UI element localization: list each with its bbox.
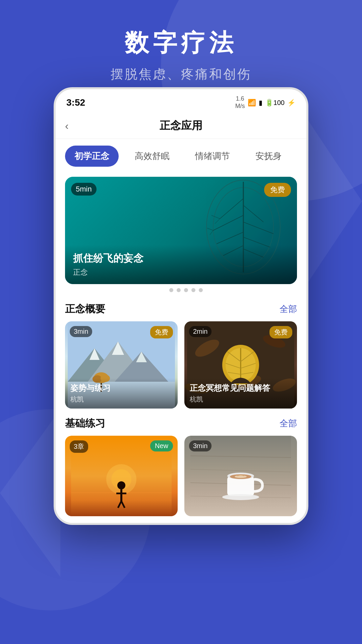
hero-free-badge: 免费 [264, 183, 291, 197]
dot-2[interactable] [169, 288, 173, 292]
practice1-new: New [150, 440, 173, 451]
svg-line-6 [243, 222, 274, 234]
tab-emotion[interactable]: 情绪调节 [186, 146, 239, 167]
card1-free: 免费 [150, 326, 173, 338]
dot-4[interactable] [184, 288, 188, 292]
summary-all-link[interactable]: 全部 [280, 303, 297, 315]
svg-line-4 [243, 205, 263, 222]
status-bar: 3:52 1.6M/s 📶 ▮ 🔋100 ⚡ [56, 89, 306, 113]
top-nav: ‹ 正念应用 [56, 113, 306, 139]
svg-line-13 [207, 228, 213, 230]
card1-bottom: 姿势与练习 杭凯 [65, 378, 178, 409]
dot-5[interactable] [191, 288, 195, 292]
category-tabs: 初学正念 高效舒眠 情绪调节 安抚身 [56, 139, 306, 173]
dot-1[interactable] [159, 288, 166, 292]
tab-sleep[interactable]: 高效舒眠 [125, 146, 179, 167]
basic-title: 基础练习 [65, 417, 105, 430]
basic-section-header: 基础练习 全部 [56, 409, 306, 436]
summary-card-1[interactable]: 3min 免费 姿势与练习 杭凯 [65, 321, 178, 409]
svg-line-3 [220, 199, 243, 219]
tab-soothe[interactable]: 安抚身 [246, 146, 291, 167]
network-speed: 1.6M/s [235, 95, 245, 110]
card1-author: 杭凯 [70, 395, 172, 404]
header-area: 数字疗法 摆脱焦虑、疼痛和创伤 [0, 0, 362, 100]
summary-card-2[interactable]: 2min 免费 正念冥想常见问题解答 杭凯 [184, 321, 297, 409]
signal-icon: ▮ [259, 99, 262, 107]
card1-title: 姿势与练习 [70, 383, 172, 393]
card2-title: 正念冥想常见问题解答 [190, 383, 292, 393]
tab-mindfulness-beginner[interactable]: 初学正念 [65, 146, 119, 167]
status-time: 3:52 [66, 97, 85, 108]
practice2-duration: 3min [189, 440, 212, 451]
app-subtitle: 摆脱焦虑、疼痛和创伤 [0, 66, 362, 83]
card2-duration: 2min [189, 326, 212, 337]
svg-point-60 [222, 494, 259, 500]
hero-content: 抓住纷飞的妄念 正念 [65, 245, 297, 284]
hero-card[interactable]: 5min 免费 抓住纷飞的妄念 正念 [65, 177, 297, 284]
hero-background: 5min 免费 抓住纷飞的妄念 正念 [65, 177, 297, 284]
practice-card-row: 3章 New [56, 436, 306, 516]
hero-title: 抓住纷飞的妄念 [73, 252, 289, 265]
svg-point-59 [235, 475, 247, 478]
bg-triangle-left [0, 409, 60, 577]
svg-line-5 [213, 215, 243, 230]
practice-card-2[interactable]: 3min [184, 436, 297, 516]
card2-free: 免费 [269, 326, 292, 338]
hero-subtitle: 正念 [73, 267, 289, 277]
charge-icon: ⚡ [287, 99, 296, 107]
battery-icon: 🔋100 [265, 99, 285, 107]
summary-card-row: 3min 免费 姿势与练习 杭凯 [56, 321, 306, 409]
svg-line-11 [212, 215, 220, 219]
basic-all-link[interactable]: 全部 [280, 418, 297, 429]
status-icons: 1.6M/s 📶 ▮ 🔋100 ⚡ [235, 95, 296, 110]
nav-title: 正念应用 [82, 118, 280, 133]
carousel-dots [56, 284, 306, 294]
svg-line-14 [210, 230, 213, 235]
content-area: 5min 免费 抓住纷飞的妄念 正念 正念概要 [56, 173, 306, 523]
app-title: 数字疗法 [0, 27, 362, 59]
card2-bottom: 正念冥想常见问题解答 杭凯 [184, 378, 297, 409]
phone-wrapper: 3:52 1.6M/s 📶 ▮ 🔋100 ⚡ ‹ 正念应用 初学正念 高效舒眠 … [54, 87, 308, 525]
back-button[interactable]: ‹ [65, 120, 82, 132]
summary-section-header: 正念概要 全部 [56, 294, 306, 321]
dot-3[interactable] [177, 288, 181, 292]
card1-duration: 3min [70, 326, 92, 337]
phone-frame: 3:52 1.6M/s 📶 ▮ 🔋100 ⚡ ‹ 正念应用 初学正念 高效舒眠 … [54, 87, 308, 525]
wifi-icon: 📶 [248, 99, 256, 107]
dot-6[interactable] [199, 288, 203, 292]
summary-title: 正念概要 [65, 302, 105, 316]
practice-card-1[interactable]: 3章 New [65, 436, 178, 516]
svg-line-7 [217, 232, 243, 244]
hero-duration-badge: 5min [71, 183, 97, 196]
practice1-chapter: 3章 [70, 440, 88, 453]
svg-point-46 [117, 481, 125, 489]
svg-line-12 [215, 219, 220, 224]
card2-author: 杭凯 [190, 395, 292, 404]
